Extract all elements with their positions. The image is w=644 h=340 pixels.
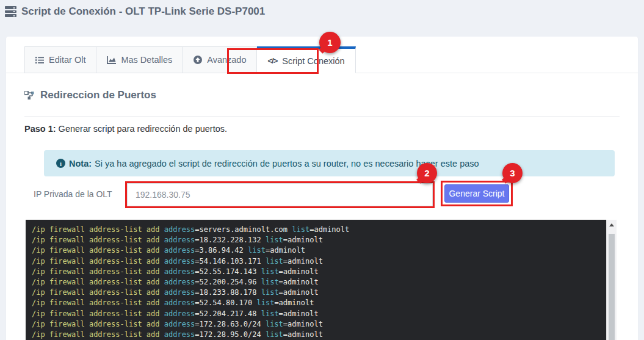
note-label: Nota: <box>69 159 92 168</box>
scrollbar[interactable] <box>606 220 617 340</box>
annotation-badge-3: 3 <box>502 163 523 183</box>
info-note: i Nota: Si ya ha agregado el script de r… <box>44 150 615 176</box>
list-icon <box>35 56 44 64</box>
code-line: /ip firewall address-list add address=54… <box>32 256 606 267</box>
ip-field-label: IP Privada de la OLT <box>34 189 112 199</box>
code-line: /ip firewall address-list add address=17… <box>32 330 606 340</box>
content-card: Editar Olt Mas Detalles <box>6 37 638 340</box>
section-title: Redireccion de Puertos <box>24 89 156 101</box>
page-title: Script de Conexión - OLT TP-Link Serie D… <box>5 5 265 18</box>
code-line: /ip firewall address-list add address=52… <box>32 267 606 277</box>
code-line: /ip firewall address-list add address=18… <box>32 235 606 245</box>
tab-label: Mas Detalles <box>121 55 172 65</box>
code-line: /ip firewall address-list add address=52… <box>32 277 606 288</box>
chart-area-icon <box>107 56 116 64</box>
ip-input[interactable] <box>127 183 433 206</box>
server-stack-icon <box>5 6 16 17</box>
annotation-rect-ip-input <box>125 181 435 208</box>
code-line: /ip firewall address-list add address=3.… <box>32 245 606 256</box>
section-title-text: Redireccion de Puertos <box>40 89 156 101</box>
annotation-badge-2: 2 <box>417 163 437 183</box>
step-instruction: Paso 1: Generar script para redirección … <box>24 124 227 134</box>
annotation-badge-1: 1 <box>319 32 341 53</box>
arrow-circle-up-icon <box>194 56 202 64</box>
annotation-rect-generate-button: Generar Script <box>441 181 513 206</box>
step-description: Generar script para redirección de puert… <box>56 124 227 134</box>
code-line: /ip firewall address-list add address=se… <box>32 225 606 235</box>
tab-editar-olt[interactable]: Editar Olt <box>24 46 96 73</box>
code-line: /ip firewall address-list add address=52… <box>32 309 606 319</box>
code-line: /ip firewall address-list add address=52… <box>32 298 606 308</box>
scrollbar-thumb[interactable] <box>609 234 615 340</box>
code-content[interactable]: /ip firewall address-list add address=se… <box>26 220 606 340</box>
tab-label: Editar Olt <box>49 55 85 65</box>
generate-script-button[interactable]: Generar Script <box>444 184 509 203</box>
info-icon: i <box>56 159 65 168</box>
annotation-rect-active-tab <box>227 48 319 74</box>
network-diagram-icon <box>24 91 35 100</box>
script-output-box[interactable]: /ip firewall address-list add address=se… <box>26 220 617 340</box>
code-line: /ip firewall address-list add address=18… <box>32 288 606 298</box>
step-label: Paso 1: <box>24 124 56 134</box>
code-line: /ip firewall address-list add address=17… <box>32 319 606 330</box>
section-divider <box>24 116 620 117</box>
tab-mas-detalles[interactable]: Mas Detalles <box>96 46 183 73</box>
scrollbar-up-arrow[interactable] <box>607 220 617 230</box>
page-title-text: Script de Conexión - OLT TP-Link Serie D… <box>21 5 265 18</box>
screen: Script de Conexión - OLT TP-Link Serie D… <box>0 0 644 340</box>
